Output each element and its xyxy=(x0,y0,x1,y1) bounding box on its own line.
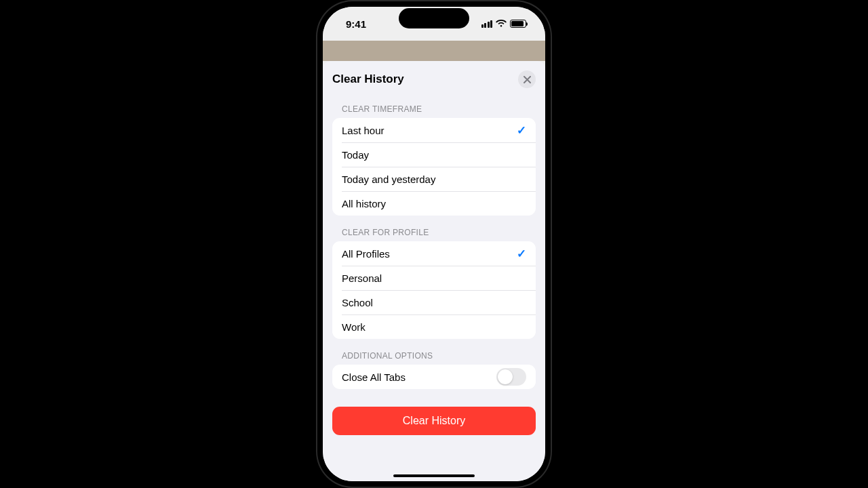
section-label-additional: ADDITIONAL OPTIONS xyxy=(332,339,536,365)
timeframe-group: Last hour ✓ Today Today and yesterday Al… xyxy=(332,118,536,216)
option-label: All Profiles xyxy=(342,248,390,260)
profile-option-all[interactable]: All Profiles ✓ xyxy=(332,241,536,266)
timeframe-option-today[interactable]: Today xyxy=(332,142,536,167)
option-label: Personal xyxy=(342,272,382,284)
clear-history-sheet: Clear History CLEAR TIMEFRAME Last hour … xyxy=(323,61,545,481)
option-label: Today xyxy=(342,149,369,161)
section-label-profile: CLEAR FOR PROFILE xyxy=(332,216,536,241)
timeframe-option-today-yesterday[interactable]: Today and yesterday xyxy=(332,167,536,191)
cellular-signal-icon xyxy=(481,20,493,28)
screen: 9:41 Clear History CLEAR TIMEFRAME xyxy=(323,7,545,481)
section-label-timeframe: CLEAR TIMEFRAME xyxy=(332,95,536,118)
phone-frame: 9:41 Clear History CLEAR TIMEFRAME xyxy=(316,0,552,488)
checkmark-icon: ✓ xyxy=(517,247,526,261)
sheet-body: CLEAR TIMEFRAME Last hour ✓ Today Today … xyxy=(323,95,545,481)
close-all-tabs-toggle[interactable] xyxy=(496,368,526,386)
sheet-title: Clear History xyxy=(332,73,404,86)
background-toolbar xyxy=(323,41,545,61)
option-label: Work xyxy=(342,321,366,333)
timeframe-option-last-hour[interactable]: Last hour ✓ xyxy=(332,118,536,142)
profile-option-work[interactable]: Work xyxy=(332,314,536,339)
close-icon xyxy=(524,76,531,83)
sheet-header: Clear History xyxy=(323,61,545,95)
status-time: 9:41 xyxy=(346,18,366,30)
option-label: School xyxy=(342,297,373,308)
profile-option-school[interactable]: School xyxy=(332,290,536,314)
timeframe-option-all-history[interactable]: All history xyxy=(332,191,536,216)
option-label: All history xyxy=(342,198,386,209)
home-indicator[interactable] xyxy=(393,474,475,477)
battery-icon xyxy=(510,20,526,28)
close-button[interactable] xyxy=(518,70,536,88)
profile-option-personal[interactable]: Personal xyxy=(332,266,536,290)
checkmark-icon: ✓ xyxy=(517,123,526,138)
profile-group: All Profiles ✓ Personal School Work xyxy=(332,241,536,339)
dynamic-island xyxy=(399,8,469,28)
option-label: Today and yesterday xyxy=(342,174,435,185)
option-label: Last hour xyxy=(342,125,384,136)
additional-group: Close All Tabs xyxy=(332,365,536,389)
close-tabs-label: Close All Tabs xyxy=(342,371,406,383)
clear-history-button[interactable]: Clear History xyxy=(332,407,536,435)
close-all-tabs-row[interactable]: Close All Tabs xyxy=(332,365,536,389)
wifi-icon xyxy=(496,20,507,28)
status-right xyxy=(481,20,527,28)
